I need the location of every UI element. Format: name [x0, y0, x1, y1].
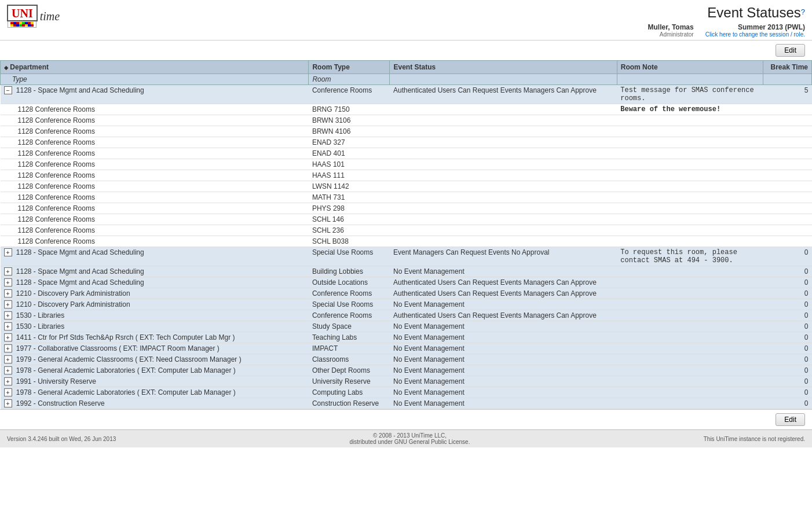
group-event-status: No Event Management — [390, 299, 617, 310]
sub-col-type: Type — [1, 74, 309, 85]
table-group-row: + 1411 - Ctr for Prf Stds Tech&Ap Rsrch … — [1, 332, 812, 343]
col-event-status: Event Status — [390, 61, 617, 74]
child-room: BRWN 4106 — [309, 126, 390, 137]
help-icon[interactable]: ? — [801, 8, 805, 16]
group-room-note: To request this room, please contact SMA… — [617, 247, 763, 266]
table-child-row: 1128 Conference Rooms BRNG 7150 Beware o… — [1, 104, 812, 115]
expand-button[interactable]: + — [4, 388, 12, 396]
group-room-note — [617, 310, 763, 321]
table-child-row: 1128 Conference Rooms SCHL 146 — [1, 214, 812, 225]
child-room: SCHL 146 — [309, 214, 390, 225]
group-department: + 1977 - Collaborative Classrooms ( EXT:… — [1, 343, 309, 354]
group-event-status: Authenticated Users Can Request Events M… — [390, 85, 617, 104]
group-event-status: No Event Management — [390, 398, 617, 409]
expand-button[interactable]: + — [4, 248, 12, 256]
table-group-row: + 1128 - Space Mgmt and Acad Scheduling … — [1, 266, 812, 277]
table-group-row: + 1128 - Space Mgmt and Acad Scheduling … — [1, 277, 812, 288]
group-room-type: Building Lobbies — [309, 266, 390, 277]
child-status — [390, 170, 617, 181]
table-child-row: 1128 Conference Rooms BRWN 4106 — [1, 126, 812, 137]
group-department: + 1210 - Discovery Park Administration — [1, 299, 309, 310]
child-break-time — [763, 148, 811, 159]
expand-button[interactable]: + — [4, 311, 12, 319]
group-room-note — [617, 376, 763, 387]
session-info-block: Summer 2013 (PWL) Click here to change t… — [705, 23, 805, 38]
group-room-note: Test message for SMAS conference rooms. — [617, 85, 763, 104]
child-department: 1128 Conference Rooms — [1, 225, 309, 236]
child-department: 1128 Conference Rooms — [1, 236, 309, 247]
group-room-note — [617, 288, 763, 299]
expand-button[interactable]: + — [4, 300, 12, 308]
group-room-type: Teaching Labs — [309, 332, 390, 343]
child-note — [617, 236, 763, 247]
child-note — [617, 159, 763, 170]
table-child-row: 1128 Conference Rooms HAAS 101 — [1, 159, 812, 170]
child-note — [617, 192, 763, 203]
footer-copyright: © 2008 - 2013 UniTime LLC, distributed u… — [350, 432, 470, 445]
group-event-status: Authenticated Users Can Request Events M… — [390, 277, 617, 288]
group-break-time: 0 — [763, 343, 811, 354]
child-room: ENAD 327 — [309, 137, 390, 148]
col-department[interactable]: ◆ Department — [1, 61, 309, 74]
group-break-time: 0 — [763, 365, 811, 376]
expand-button[interactable]: + — [4, 278, 12, 286]
page-title: Event Statuses? — [648, 5, 805, 21]
table-group-row: + 1210 - Discovery Park Administration C… — [1, 288, 812, 299]
event-statuses-table: ◆ Department Room Type Event Status Room… — [0, 60, 812, 409]
child-department: 1128 Conference Rooms — [1, 115, 309, 126]
group-room-note — [617, 299, 763, 310]
table-group-row: + 1991 - University Reserve University R… — [1, 376, 812, 387]
group-department: + 1978 - General Academic Laboratories (… — [1, 365, 309, 376]
logo-uni-text: UNI — [12, 7, 33, 20]
group-department: + 1128 - Space Mgmt and Acad Scheduling — [1, 277, 309, 288]
child-break-time — [763, 115, 811, 126]
table-group-row: − 1128 - Space Mgmt and Acad Scheduling … — [1, 85, 812, 104]
group-event-status: No Event Management — [390, 376, 617, 387]
expand-button[interactable]: + — [4, 289, 12, 297]
expand-button[interactable]: − — [4, 86, 12, 94]
sub-col-status — [390, 74, 617, 85]
group-break-time: 0 — [763, 354, 811, 365]
edit-button-bottom[interactable]: Edit — [776, 413, 805, 426]
child-note — [617, 181, 763, 192]
group-department: + 1128 - Space Mgmt and Acad Scheduling — [1, 247, 309, 266]
sort-icon: ◆ — [4, 65, 8, 71]
group-room-type: Special Use Rooms — [309, 247, 390, 266]
table-child-row: 1128 Conference Rooms LWSN 1142 — [1, 181, 812, 192]
session-link[interactable]: Click here to change the session / role. — [705, 31, 805, 38]
child-room: BRNG 7150 — [309, 104, 390, 115]
child-room: PHYS 298 — [309, 203, 390, 214]
group-department: + 1530 - Libraries — [1, 310, 309, 321]
child-break-time — [763, 137, 811, 148]
group-break-time: 0 — [763, 387, 811, 398]
child-status — [390, 225, 617, 236]
group-room-note — [617, 321, 763, 332]
group-department: + 1992 - Construction Reserve — [1, 398, 309, 409]
expand-button[interactable]: + — [4, 377, 12, 385]
child-note — [617, 214, 763, 225]
group-room-note — [617, 343, 763, 354]
group-event-status: No Event Management — [390, 266, 617, 277]
edit-button-top[interactable]: Edit — [776, 44, 805, 57]
child-note — [617, 225, 763, 236]
expand-button[interactable]: + — [4, 322, 12, 330]
expand-button[interactable]: + — [4, 267, 12, 275]
group-break-time: 0 — [763, 299, 811, 310]
child-room: LWSN 1142 — [309, 181, 390, 192]
expand-button[interactable]: + — [4, 399, 12, 407]
group-break-time: 5 — [763, 85, 811, 104]
child-break-time — [763, 236, 811, 247]
child-department: 1128 Conference Rooms — [1, 104, 309, 115]
group-break-time: 0 — [763, 266, 811, 277]
child-department: 1128 Conference Rooms — [1, 170, 309, 181]
expand-button[interactable]: + — [4, 333, 12, 341]
group-break-time: 0 — [763, 310, 811, 321]
group-room-type: Conference Rooms — [309, 85, 390, 104]
expand-button[interactable]: + — [4, 355, 12, 363]
group-room-type: Special Use Rooms — [309, 299, 390, 310]
expand-button[interactable]: + — [4, 366, 12, 374]
expand-button[interactable]: + — [4, 344, 12, 352]
group-event-status: No Event Management — [390, 321, 617, 332]
group-break-time: 0 — [763, 398, 811, 409]
child-status — [390, 203, 617, 214]
